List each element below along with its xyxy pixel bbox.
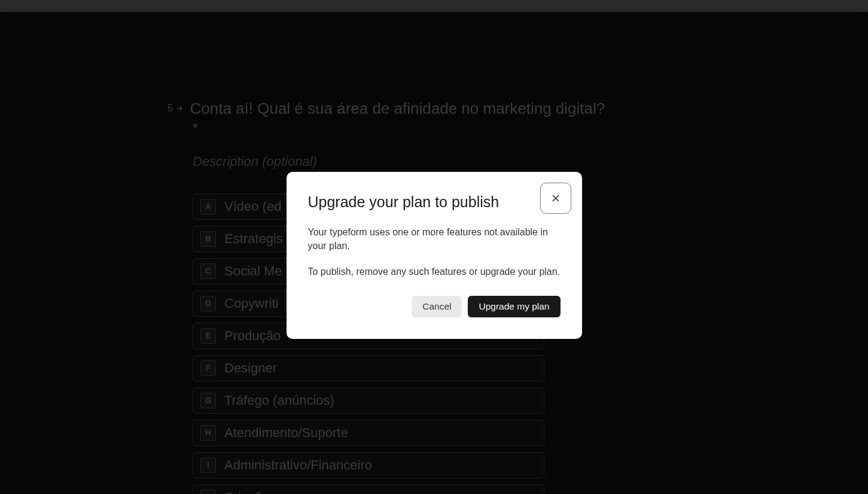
cancel-button[interactable]: Cancel	[412, 296, 462, 317]
modal-paragraph: To publish, remove any such features or …	[308, 265, 561, 278]
modal-close-button[interactable]	[540, 183, 571, 214]
upgrade-modal: Upgrade your plan to publish Your typefo…	[287, 172, 582, 339]
upgrade-button[interactable]: Upgrade my plan	[468, 296, 560, 317]
modal-title: Upgrade your plan to publish	[308, 193, 525, 211]
modal-actions: Cancel Upgrade my plan	[308, 296, 561, 317]
close-icon	[550, 192, 562, 204]
form-background: 5 Conta aí! Qual é sua área de afinidade…	[0, 12, 868, 494]
top-bar	[0, 0, 868, 12]
modal-paragraph: Your typeform uses one or more features …	[308, 225, 561, 253]
